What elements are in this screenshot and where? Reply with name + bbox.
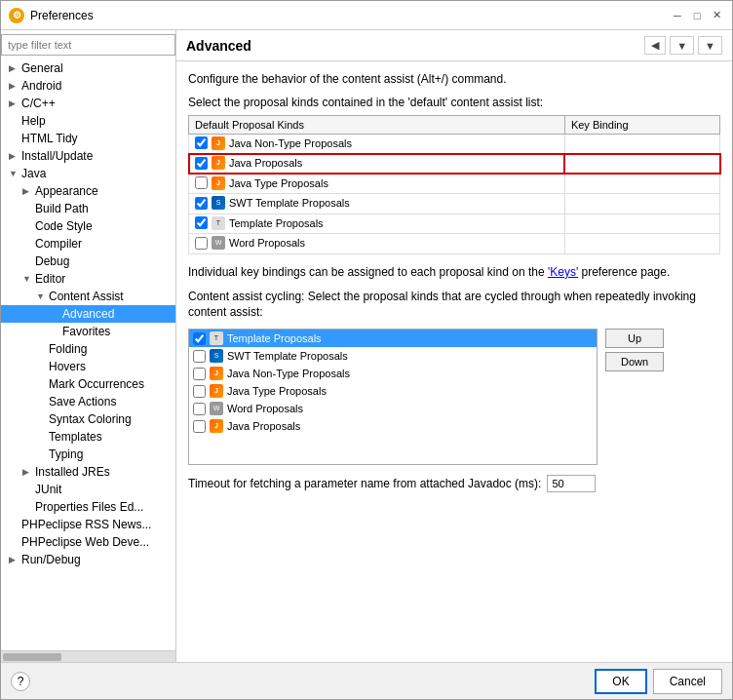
sidebar-item-propfiles[interactable]: ▶ Properties Files Ed... [1,498,175,516]
back-button[interactable]: ◀ [644,36,666,55]
proposal-cell[interactable]: W Word Proposals [189,234,565,254]
sidebar-item-java[interactable]: ▼ Java [1,165,175,182]
sidebar-item-label: Debug [35,254,69,268]
sidebar-item-rundebug[interactable]: ▶ Run/Debug [1,551,175,568]
arrow-icon: ▼ [22,274,32,284]
sidebar-item-general[interactable]: ▶ General [1,59,175,77]
sidebar-item-label: Favorites [62,325,110,338]
cycling-list-item[interactable]: J Java Proposals [189,417,597,435]
sidebar-item-label: Install/Update [21,149,93,163]
sidebar-item-installedjres[interactable]: ▶ Installed JREs [1,463,175,481]
help-button[interactable]: ? [11,672,30,691]
cycling-list-item[interactable]: J Java Type Proposals [189,382,597,400]
cycling-list-item[interactable]: J Java Non-Type Proposals [189,365,597,382]
sidebar-item-codestyle[interactable]: ▶ Code Style [1,217,175,235]
timeout-input[interactable] [547,475,596,492]
minimize-button[interactable]: ─ [670,8,685,23]
sidebar-item-templates[interactable]: ▶ Templates [1,428,175,446]
proposal-cell[interactable]: J Java Non-Type Proposals [189,134,565,154]
panel-toolbar: ◀ ▼ ▼ [644,36,722,55]
sidebar-item-phpeclipserss[interactable]: ▶ PHPeclipse RSS News... [1,516,175,533]
cycling-buttons: Up Down [605,329,664,465]
cycling-list-item[interactable]: T Template Proposals [189,330,597,347]
sidebar-item-advanced[interactable]: ▶ Advanced [1,305,175,323]
table-row: W Word Proposals [189,234,720,254]
sidebar-item-htmltidy[interactable]: ▶ HTML Tidy [1,130,175,147]
arrow-icon: ▶ [9,63,19,73]
cycling-container: T Template Proposals S SWT Template Prop… [188,329,720,465]
cycling-list[interactable]: T Template Proposals S SWT Template Prop… [188,329,598,465]
cycling-list-item[interactable]: S SWT Template Proposals [189,347,597,365]
sidebar-item-debug[interactable]: ▶ Debug [1,253,175,270]
sidebar-item-phpeclipseweb[interactable]: ▶ PHPeclipse Web Deve... [1,533,175,551]
proposal-cell[interactable]: J Java Type Proposals [189,174,565,194]
cycling-checkbox[interactable] [193,332,206,345]
cycling-item-label: SWT Template Proposals [227,350,348,362]
sidebar-item-label: Save Actions [49,395,116,408]
sidebar-item-editor[interactable]: ▼ Editor [1,270,175,288]
sidebar-item-folding[interactable]: ▶ Folding [1,340,175,358]
keybinding-cell [564,234,719,254]
sidebar-item-help[interactable]: ▶ Help [1,112,175,130]
filter-input[interactable] [1,34,175,56]
proposal-label: Java Non-Type Proposals [229,137,352,149]
proposal-checkbox[interactable] [195,157,208,170]
sidebar-item-cpp[interactable]: ▶ C/C++ [1,95,175,112]
proposal-cell[interactable]: J Java Proposals [189,154,565,175]
up-button[interactable]: Up [605,329,664,348]
sidebar-item-saveactions[interactable]: ▶ Save Actions [1,393,175,410]
sidebar-item-hovers[interactable]: ▶ Hovers [1,358,175,375]
table-row: J Java Proposals [189,154,720,175]
sidebar-item-compiler[interactable]: ▶ Compiler [1,235,175,253]
sidebar-item-typing[interactable]: ▶ Typing [1,446,175,463]
scrollbar-thumb [3,653,61,661]
cycling-item-label: Java Non-Type Proposals [227,368,350,379]
keybindings-text: Individual key bindings can be assigned … [188,265,548,279]
table-row: J Java Non-Type Proposals [189,134,720,154]
ok-button[interactable]: OK [595,669,646,694]
col-keybinding: Key Binding [564,115,719,134]
title-bar-controls: ─ □ ✕ [670,8,724,23]
arrow-icon: ▶ [22,186,32,196]
arrow-icon: ▶ [22,467,32,477]
sidebar-item-label: Syntax Coloring [49,412,132,426]
maximize-button[interactable]: □ [689,8,705,23]
cycling-checkbox[interactable] [193,368,206,380]
sidebar-item-buildpath[interactable]: ▶ Build Path [1,200,175,217]
proposal-checkbox[interactable] [195,176,208,189]
sidebar-item-label: Java [21,167,46,180]
toolbar-menu-button[interactable]: ▼ [698,36,722,55]
keys-link[interactable]: 'Keys' [548,265,578,279]
cycling-list-item[interactable]: W Word Proposals [189,400,597,417]
right-panel: Advanced ◀ ▼ ▼ Configure the behavior of… [176,30,732,662]
sidebar-item-label: Advanced [62,307,114,321]
sidebar-item-appearance[interactable]: ▶ Appearance [1,182,175,200]
sidebar-item-label: General [21,61,63,75]
proposal-label: SWT Template Proposals [229,197,350,209]
sidebar-item-markoccurrences[interactable]: ▶ Mark Occurrences [1,375,175,393]
cycling-checkbox[interactable] [193,385,206,398]
row-icon: J Java Non-Type Proposals [195,136,352,150]
sidebar-item-contentassist[interactable]: ▼ Content Assist [1,288,175,305]
sidebar-item-junit[interactable]: ▶ JUnit [1,481,175,498]
proposal-checkbox[interactable] [195,237,208,250]
sidebar-item-installupdate[interactable]: ▶ Install/Update [1,147,175,165]
proposal-checkbox[interactable] [195,216,208,229]
sidebar-item-favorites[interactable]: ▶ Favorites [1,323,175,340]
forward-dropdown-button[interactable]: ▼ [670,36,694,55]
proposal-cell[interactable]: T Template Proposals [189,214,565,234]
proposal-checkbox[interactable] [195,136,208,149]
down-button[interactable]: Down [605,352,664,371]
sidebar-item-android[interactable]: ▶ Android [1,77,175,95]
sidebar-item-label: PHPeclipse RSS News... [21,518,151,531]
cancel-button[interactable]: Cancel [653,669,722,694]
close-button[interactable]: ✕ [709,8,724,23]
proposal-checkbox[interactable] [195,197,208,210]
cycling-checkbox[interactable] [193,403,206,415]
sidebar-item-label: Hovers [49,360,86,373]
sidebar-scrollbar-h[interactable] [1,650,175,662]
cycling-checkbox[interactable] [193,350,206,363]
proposal-cell[interactable]: S SWT Template Proposals [189,194,565,214]
cycling-checkbox[interactable] [193,420,206,433]
sidebar-item-syntaxcoloring[interactable]: ▶ Syntax Coloring [1,410,175,428]
